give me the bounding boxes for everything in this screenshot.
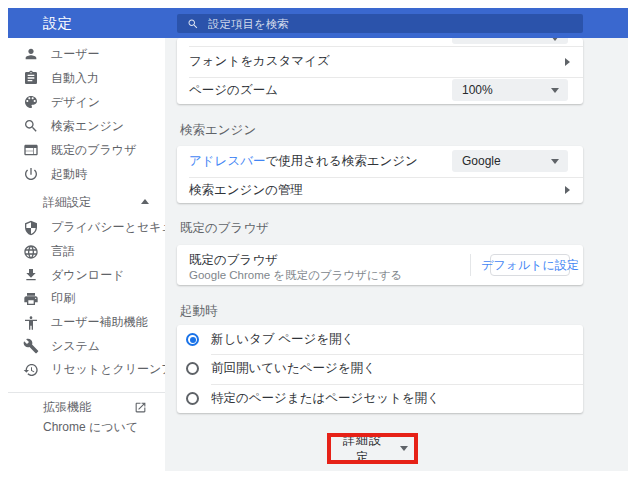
radio-unselected-icon[interactable] <box>186 392 199 405</box>
vertical-divider <box>470 254 471 276</box>
on-startup-section-title: 起動時 <box>180 305 218 318</box>
sidebar-item-label: 自動入力 <box>51 70 99 87</box>
open-in-new-icon <box>134 401 147 414</box>
page-zoom-select[interactable]: 100% <box>452 79 568 101</box>
extensions-label: 拡張機能 <box>43 399 134 416</box>
settings-sidebar: ユーザー 自動入力 デザイン 検索エンジン 既定のブラウザ <box>8 38 165 471</box>
chevron-up-icon <box>141 199 149 204</box>
customize-fonts-label: フォントをカスタマイズ <box>189 53 330 70</box>
sidebar-item-appearance[interactable]: デザイン <box>8 90 165 114</box>
sidebar-item-downloads[interactable]: ダウンロード <box>8 263 165 287</box>
sidebar-advanced-menu: プライバシーとセキュリティ 言語 ダウンロード 印刷 ユーザー補助機能 <box>8 216 165 382</box>
power-icon <box>23 166 39 182</box>
person-icon <box>23 46 39 62</box>
startup-option-new-tab[interactable]: 新しいタブ ページを開く <box>177 325 583 354</box>
default-browser-card: 既定のブラウザ Google Chrome を既定のブラウザにする デフォルトに… <box>177 245 583 285</box>
wrench-icon <box>23 338 39 354</box>
globe-icon <box>23 244 39 260</box>
sidebar-item-label: デザイン <box>51 94 100 111</box>
startup-option-specific-pages[interactable]: 特定のページまたはページセットを開く <box>177 384 583 413</box>
startup-option-label: 前回開いていたページを開く <box>211 360 376 377</box>
advanced-settings-button[interactable]: 詳細設定 <box>331 437 414 460</box>
chevron-down-icon <box>551 88 559 93</box>
settings-toolbar: 設定 <box>8 8 628 38</box>
sidebar-item-label: 検索エンジン <box>51 118 124 135</box>
sidebar-item-label: 既定のブラウザ <box>51 142 136 159</box>
sidebar-item-label: ダウンロード <box>51 267 124 284</box>
sidebar-item-languages[interactable]: 言語 <box>8 240 165 264</box>
sidebar-item-people[interactable]: ユーザー <box>8 42 165 66</box>
radio-unselected-icon[interactable] <box>186 362 199 375</box>
customize-fonts-row[interactable]: フォントをカスタマイズ <box>177 46 583 77</box>
sidebar-main-menu: ユーザー 自動入力 デザイン 検索エンジン 既定のブラウザ <box>8 42 165 186</box>
browser-icon <box>23 142 39 158</box>
sidebar-item-reset[interactable]: リセットとクリーンアップ <box>8 358 165 382</box>
page-zoom-value: 100% <box>462 83 551 97</box>
sidebar-item-about-chrome[interactable]: Chrome について <box>8 415 165 439</box>
chrome-settings-window: 設定 ユーザー 自動入力 デザイン <box>8 8 628 471</box>
manage-search-engines-label: 検索エンジンの管理 <box>189 182 303 199</box>
address-bar-engine-text: で使用される検索エンジン <box>265 154 417 168</box>
sidebar-item-label: 印刷 <box>51 290 75 307</box>
radio-selected-icon[interactable] <box>186 333 199 346</box>
startup-option-label: 特定のページまたはページセットを開く <box>211 390 440 407</box>
manage-search-engines-row[interactable]: 検索エンジンの管理 <box>177 177 583 203</box>
screenshot-frame: 設定 ユーザー 自動入力 デザイン <box>0 0 636 491</box>
default-browser-section-title: 既定のブラウザ <box>180 222 269 235</box>
chevron-right-icon <box>565 186 570 194</box>
chevron-down-icon <box>400 446 408 451</box>
sidebar-item-on-startup[interactable]: 起動時 <box>8 162 165 186</box>
search-engine-value: Google <box>462 154 551 168</box>
startup-option-label: 新しいタブ ページを開く <box>211 331 354 348</box>
shield-icon <box>23 220 39 236</box>
default-browser-row-title: 既定のブラウザ <box>189 252 278 269</box>
settings-content: フォントをカスタマイズ ページのズーム 100% 検索エンジン アドレスバーで使… <box>165 38 628 471</box>
sidebar-item-label: 起動時 <box>51 166 87 183</box>
default-browser-row-subtitle: Google Chrome を既定のブラウザにする <box>189 268 402 283</box>
sidebar-item-system[interactable]: システム <box>8 334 165 358</box>
sidebar-item-default-browser[interactable]: 既定のブラウザ <box>8 138 165 162</box>
page-title: 設定 <box>43 8 72 38</box>
page-zoom-label: ページのズーム <box>189 82 278 99</box>
sidebar-divider <box>8 392 165 393</box>
appearance-card: フォントをカスタマイズ ページのズーム 100% <box>177 38 583 104</box>
search-engine-card: アドレスバーで使用される検索エンジン Google 検索エンジンの管理 <box>177 146 583 203</box>
address-bar-engine-label: アドレスバーで使用される検索エンジン <box>189 153 418 170</box>
printer-icon <box>23 291 39 307</box>
make-default-button[interactable]: デフォルトに設定 <box>490 254 570 276</box>
download-icon <box>23 267 39 283</box>
chevron-right-icon <box>565 58 570 66</box>
sidebar-item-accessibility[interactable]: ユーザー補助機能 <box>8 311 165 335</box>
sidebar-item-autofill[interactable]: 自動入力 <box>8 66 165 90</box>
address-bar-link[interactable]: アドレスバー <box>189 154 265 168</box>
search-engine-select[interactable]: Google <box>452 150 568 172</box>
search-icon <box>187 18 199 30</box>
accessibility-icon <box>23 315 39 331</box>
chevron-down-icon <box>551 159 559 164</box>
startup-option-continue[interactable]: 前回開いていたページを開く <box>177 354 583 383</box>
sidebar-advanced-toggle[interactable]: 詳細設定 <box>8 190 165 214</box>
chevron-down-icon <box>551 38 559 41</box>
advanced-settings-label: 詳細設定 <box>337 432 388 466</box>
font-size-select-partial[interactable] <box>452 38 568 44</box>
sidebar-item-label: 言語 <box>51 243 75 260</box>
restore-icon <box>23 362 39 378</box>
sidebar-item-privacy[interactable]: プライバシーとセキュリティ <box>8 216 165 240</box>
search-icon <box>23 118 39 134</box>
palette-icon <box>23 94 39 110</box>
search-input[interactable] <box>208 18 583 30</box>
sidebar-item-search-engine[interactable]: 検索エンジン <box>8 114 165 138</box>
about-chrome-label: Chrome について <box>43 419 138 436</box>
advanced-toggle-label: 詳細設定 <box>43 194 91 211</box>
sidebar-item-label: ユーザー <box>51 46 100 63</box>
sidebar-item-printing[interactable]: 印刷 <box>8 287 165 311</box>
settings-search-field[interactable] <box>177 14 583 33</box>
sidebar-item-label: ユーザー補助機能 <box>51 314 148 331</box>
sidebar-item-label: システム <box>51 338 100 355</box>
on-startup-card: 新しいタブ ページを開く 前回開いていたページを開く 特定のページまたはページセ… <box>177 325 583 413</box>
search-engine-section-title: 検索エンジン <box>180 124 256 137</box>
autofill-icon <box>23 70 39 86</box>
